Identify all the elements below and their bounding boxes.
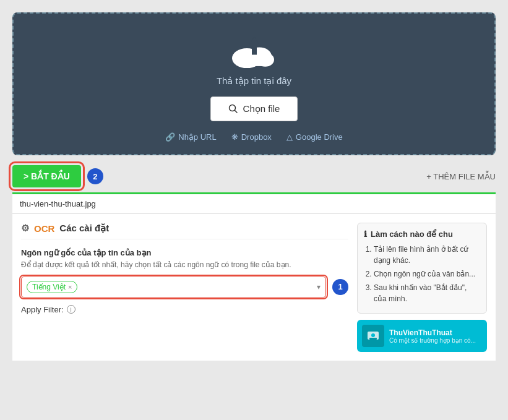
thuvi-info: ThuVienThuThuat Có một số trường hợp bạn… [389,328,476,344]
how-to-header: ℹ Làm cách nào để chu [364,229,480,239]
svg-point-9 [371,333,375,337]
thuvi-name: ThuVienThuThuat [389,328,476,337]
page-wrapper: Thả tập tin tại đây Chọn file 🔗 Nhập URL… [0,0,508,420]
svg-rect-3 [239,56,269,66]
dropdown-arrow-icon: ▾ [317,283,321,291]
choose-file-label: Chọn file [243,103,280,114]
thuvi-banner: ThuVienThuThuat Có một số trường hợp bạn… [357,320,487,352]
thuvi-icon [362,325,384,347]
dropbox-link[interactable]: ❋ Dropbox [231,132,272,142]
dropbox-icon: ❋ [231,132,238,142]
info-circle-icon: ℹ [364,229,367,239]
info-icon: i [67,305,75,314]
drop-text: Thả tập tin tại đây [26,75,482,87]
lang-hint: Để đạt được kết quả tốt nhất, hãy chọn t… [21,260,348,270]
gear-icon: ⚙ [21,223,29,234]
svg-rect-8 [369,338,377,340]
remove-lang-button[interactable]: × [68,283,72,291]
gdrive-link[interactable]: △ Google Drive [286,132,343,142]
settings-header: ⚙ OCR Các cài đặt [21,223,348,239]
search-icon [228,104,238,114]
cloud-upload-icon [230,32,279,69]
toolbar-row: > BẮT ĐẦU 2 + THÊM FILE MẪU [12,165,496,187]
lang-input-box[interactable]: Tiếng Việt × ▾ [21,276,326,298]
choose-file-button[interactable]: Chọn file [210,96,298,121]
settings-title: Các cài đặt [59,223,109,234]
ocr-label: OCR [34,223,54,234]
language-section: Ngôn ngữ gốc của tập tin của bạn Để đạt … [21,248,348,314]
how-to-panel: ℹ Làm cách nào để chu Tải lên file hình … [357,223,487,314]
upload-dropzone[interactable]: Thả tập tin tại đây Chọn file 🔗 Nhập URL… [12,12,496,155]
list-item: Chọn ngôn ngữ của văn bản... [374,268,480,280]
svg-line-6 [235,111,237,113]
apply-filter-row: Apply Filter: i [21,305,348,314]
list-item: Tải lên file hình ảnh ở bất cứ dạng khác… [374,244,480,266]
main-content: ⚙ OCR Các cài đặt Ngôn ngữ gốc của tập t… [12,214,496,361]
how-to-list: Tải lên file hình ảnh ở bất cứ dạng khác… [364,244,480,304]
upload-links: 🔗 Nhập URL ❋ Dropbox △ Google Drive [26,132,482,142]
link-icon: 🔗 [165,132,175,142]
toolbar-left: > BẮT ĐẦU 2 [12,165,103,187]
filename-bar: thu-vien-thu-thuat.jpg [12,192,496,214]
filename-text: thu-vien-thu-thuat.jpg [20,199,96,208]
step-badge-2: 2 [87,168,103,184]
gdrive-icon: △ [286,132,293,142]
right-panel: ℹ Làm cách nào để chu Tải lên file hình … [357,223,487,352]
lang-selector-row: Tiếng Việt × ▾ 1 [21,276,348,298]
settings-panel: ⚙ OCR Các cài đặt Ngôn ngữ gốc của tập t… [21,223,348,352]
list-item: Sau khi nhấn vào "Bắt đầu", của mình. [374,282,480,304]
add-sample-button[interactable]: + THÊM FILE MẪU [426,172,496,181]
start-button[interactable]: > BẮT ĐẦU [12,165,81,187]
thuvi-subtext: Có một số trường hợp bạn có... [389,337,476,344]
url-link[interactable]: 🔗 Nhập URL [165,132,216,142]
step-badge-1: 1 [332,279,348,295]
lang-tag: Tiếng Việt × [27,281,77,293]
lang-label: Ngôn ngữ gốc của tập tin của bạn [21,248,348,257]
